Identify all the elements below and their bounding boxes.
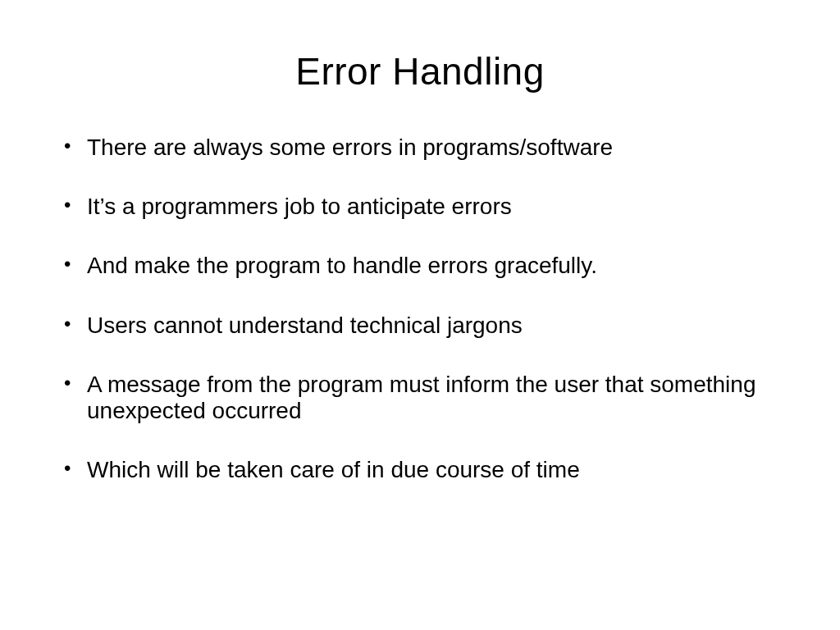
bullet-item: It’s a programmers job to anticipate err… — [57, 194, 783, 220]
bullet-item: Users cannot understand technical jargon… — [57, 313, 783, 339]
bullet-item: Which will be taken care of in due cours… — [57, 457, 783, 483]
slide-container: Error Handling There are always some err… — [0, 0, 840, 630]
bullet-item: There are always some errors in programs… — [57, 135, 783, 161]
bullet-item: A message from the program must inform t… — [57, 372, 783, 424]
slide-title: Error Handling — [57, 49, 783, 94]
bullet-list: There are always some errors in programs… — [57, 135, 783, 483]
bullet-item: And make the program to handle errors gr… — [57, 253, 783, 279]
